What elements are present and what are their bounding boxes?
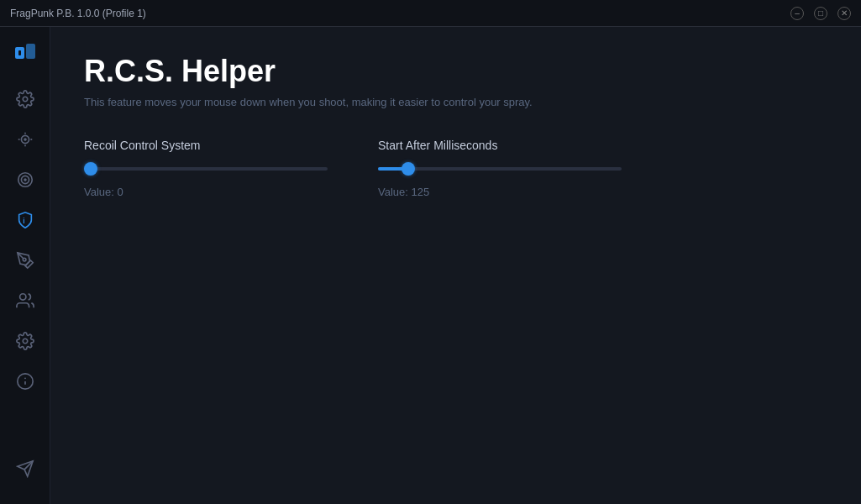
content-area: R.C.S. Helper This feature moves your mo… bbox=[50, 27, 861, 504]
users-icon bbox=[16, 291, 34, 310]
start-after-slider-container[interactable] bbox=[378, 160, 622, 177]
pen-icon bbox=[16, 251, 34, 270]
sidebar-item-info[interactable] bbox=[7, 363, 44, 400]
sidebar-item-shield[interactable]: i bbox=[7, 202, 44, 239]
svg-point-15 bbox=[19, 294, 25, 300]
sidebar-bottom bbox=[7, 450, 44, 497]
info-icon bbox=[16, 372, 34, 391]
svg-point-3 bbox=[23, 97, 28, 102]
sidebar-item-users[interactable] bbox=[7, 282, 44, 319]
sidebar-item-send[interactable] bbox=[7, 450, 44, 487]
svg-point-12 bbox=[24, 179, 26, 181]
recoil-slider-thumb[interactable] bbox=[84, 162, 97, 176]
svg-rect-1 bbox=[26, 44, 35, 59]
title-bar-controls: – □ ✕ bbox=[790, 7, 851, 20]
sidebar-item-config[interactable] bbox=[7, 323, 44, 360]
start-after-label: Start After Milliseconds bbox=[378, 139, 622, 152]
minimize-button[interactable]: – bbox=[790, 7, 804, 20]
title-bar: FragPunk P.B. 1.0.0 (Profile 1) – □ ✕ bbox=[0, 0, 861, 27]
sidebar-top: i bbox=[7, 34, 44, 450]
sidebar: i bbox=[0, 27, 50, 504]
svg-rect-2 bbox=[18, 50, 21, 55]
shield-icon: i bbox=[16, 211, 34, 229]
controls-grid: Recoil Control System Value: 0 Start Aft… bbox=[84, 139, 827, 198]
recoil-slider-container[interactable] bbox=[84, 160, 328, 177]
recoil-value: Value: 0 bbox=[84, 186, 328, 198]
sidebar-logo[interactable] bbox=[7, 34, 44, 71]
page-title: R.C.S. Helper bbox=[84, 54, 827, 89]
start-after-value: Value: 125 bbox=[378, 186, 622, 198]
svg-point-9 bbox=[24, 139, 26, 140]
svg-text:i: i bbox=[23, 218, 24, 225]
title-bar-text: FragPunk P.B. 1.0.0 (Profile 1) bbox=[10, 8, 146, 19]
config-icon bbox=[16, 332, 34, 350]
recoil-slider-track bbox=[84, 167, 328, 171]
target-icon bbox=[16, 171, 34, 189]
sidebar-item-settings[interactable] bbox=[7, 81, 44, 118]
aim-icon bbox=[16, 130, 34, 149]
gear-icon bbox=[16, 90, 34, 108]
sidebar-item-aim[interactable] bbox=[7, 121, 44, 158]
close-button[interactable]: ✕ bbox=[837, 7, 851, 20]
recoil-label: Recoil Control System bbox=[84, 139, 328, 152]
sidebar-item-target[interactable] bbox=[7, 161, 44, 198]
send-icon bbox=[16, 459, 34, 478]
maximize-button[interactable]: □ bbox=[814, 7, 827, 20]
sidebar-item-pen[interactable] bbox=[7, 242, 44, 279]
main-layout: i bbox=[0, 27, 861, 504]
svg-point-16 bbox=[23, 339, 28, 344]
start-after-slider-thumb[interactable] bbox=[402, 162, 415, 176]
svg-point-14 bbox=[23, 258, 26, 261]
recoil-control-group: Recoil Control System Value: 0 bbox=[84, 139, 328, 198]
page-subtitle: This feature moves your mouse down when … bbox=[84, 96, 827, 108]
start-after-control-group: Start After Milliseconds Value: 125 bbox=[378, 139, 622, 198]
logo-icon bbox=[13, 40, 37, 64]
